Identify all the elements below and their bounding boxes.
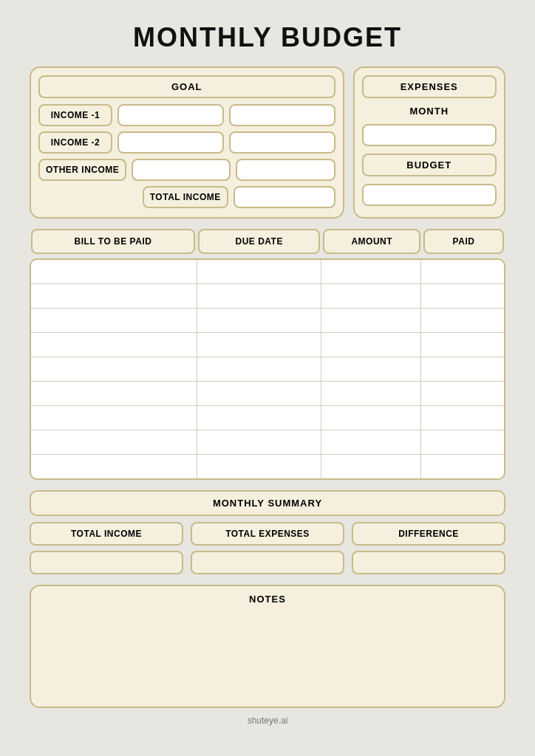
other-income-input2[interactable]: [236, 159, 335, 181]
table-row: [31, 406, 504, 430]
expenses-header: EXPENSES: [362, 75, 497, 98]
summary-labels-row: TOTAL INCOME TOTAL EXPENSES DIFFERENCE: [30, 522, 505, 546]
cell-7-3[interactable]: [321, 406, 421, 430]
notes-section: NOTES: [30, 585, 505, 708]
footer: shuteye.ai: [30, 715, 505, 726]
cell-5-4[interactable]: [421, 357, 504, 381]
summary-total-income-label: TOTAL INCOME: [30, 522, 183, 546]
table-row: [31, 309, 504, 333]
table-row: [31, 382, 504, 406]
expenses-panel: EXPENSES MONTH BUDGET: [353, 66, 506, 219]
cell-3-3[interactable]: [321, 309, 421, 332]
notes-body[interactable]: [38, 611, 497, 699]
cell-4-4[interactable]: [421, 333, 504, 357]
summary-total-expenses-input[interactable]: [191, 551, 344, 574]
summary-header: MONTHLY SUMMARY: [30, 490, 505, 516]
cell-7-4[interactable]: [421, 406, 504, 430]
notes-header: NOTES: [38, 594, 497, 605]
budget-label: BUDGET: [362, 154, 497, 176]
income1-input1[interactable]: [117, 104, 224, 126]
cell-1-1[interactable]: [31, 260, 197, 284]
cell-9-1[interactable]: [31, 455, 197, 478]
month-input[interactable]: [362, 124, 497, 146]
income2-row: INCOME -2: [38, 131, 335, 154]
summary-difference-label: DIFFERENCE: [352, 522, 505, 546]
cell-3-2[interactable]: [197, 309, 321, 332]
income1-label: INCOME -1: [38, 104, 112, 126]
cell-6-4[interactable]: [421, 382, 504, 405]
cell-8-3[interactable]: [321, 430, 421, 454]
goal-label: GOAL: [38, 75, 335, 98]
cell-5-1[interactable]: [31, 357, 197, 381]
bills-col4-header: PAID: [423, 229, 504, 254]
cell-3-4[interactable]: [421, 309, 504, 332]
other-income-label: OTHER INCOME: [38, 159, 126, 181]
summary-inputs-row: [30, 551, 505, 574]
income2-input1[interactable]: [117, 131, 224, 154]
cell-1-4[interactable]: [421, 260, 504, 284]
cell-3-1[interactable]: [31, 309, 197, 332]
total-income-row: TOTAL INCOME: [38, 186, 335, 208]
cell-8-1[interactable]: [31, 430, 197, 454]
income-panel: GOAL INCOME -1 INCOME -2 OTHER INCOME: [30, 66, 344, 219]
cell-9-4[interactable]: [421, 455, 504, 478]
top-section: GOAL INCOME -1 INCOME -2 OTHER INCOME: [30, 66, 505, 219]
cell-2-4[interactable]: [421, 284, 504, 308]
cell-7-2[interactable]: [197, 406, 321, 430]
table-row: [31, 333, 504, 357]
cell-5-3[interactable]: [321, 357, 421, 381]
cell-4-2[interactable]: [197, 333, 321, 357]
summary-difference-input[interactable]: [352, 551, 505, 574]
cell-1-3[interactable]: [321, 260, 421, 284]
cell-1-2[interactable]: [197, 260, 321, 284]
table-row: [31, 284, 504, 309]
income1-row: INCOME -1: [38, 104, 335, 126]
cell-6-1[interactable]: [31, 382, 197, 405]
month-label: MONTH: [409, 106, 449, 117]
summary-section: MONTHLY SUMMARY TOTAL INCOME TOTAL EXPEN…: [30, 490, 505, 574]
cell-8-4[interactable]: [421, 430, 504, 454]
cell-2-2[interactable]: [197, 284, 321, 308]
cell-4-3[interactable]: [321, 333, 421, 357]
summary-total-income-input[interactable]: [30, 551, 183, 574]
other-income-input1[interactable]: [132, 159, 231, 181]
cell-4-1[interactable]: [31, 333, 197, 357]
income2-input2[interactable]: [229, 131, 335, 154]
summary-total-expenses-label: TOTAL EXPENSES: [191, 522, 344, 546]
total-income-label: TOTAL INCOME: [143, 186, 228, 208]
bills-section: BILL TO BE PAID DUE DATE AMOUNT PAID: [30, 229, 505, 480]
bills-col1-header: BILL TO BE PAID: [31, 229, 195, 254]
cell-8-2[interactable]: [197, 430, 321, 454]
cell-5-2[interactable]: [197, 357, 321, 381]
cell-9-3[interactable]: [321, 455, 421, 478]
cell-2-3[interactable]: [321, 284, 421, 308]
income2-label: INCOME -2: [38, 131, 112, 154]
income1-input2[interactable]: [229, 104, 335, 126]
bills-col2-header: DUE DATE: [198, 229, 320, 254]
bills-table: [30, 258, 505, 480]
cell-2-1[interactable]: [31, 284, 197, 308]
cell-6-2[interactable]: [197, 382, 321, 405]
table-row: [31, 430, 504, 455]
bills-header: BILL TO BE PAID DUE DATE AMOUNT PAID: [30, 229, 505, 254]
total-income-input[interactable]: [234, 186, 335, 208]
table-row: [31, 260, 504, 284]
table-row: [31, 357, 504, 382]
cell-7-1[interactable]: [31, 406, 197, 430]
cell-9-2[interactable]: [197, 455, 321, 478]
page: MONTHLY BUDGET GOAL INCOME -1 INCOME -2: [7, 7, 528, 756]
bills-col3-header: AMOUNT: [323, 229, 420, 254]
page-title: MONTHLY BUDGET: [30, 22, 505, 53]
budget-input[interactable]: [362, 184, 497, 206]
goal-row: GOAL: [38, 75, 335, 98]
cell-6-3[interactable]: [321, 382, 421, 405]
table-row: [31, 455, 504, 478]
other-income-row: OTHER INCOME: [38, 159, 335, 181]
